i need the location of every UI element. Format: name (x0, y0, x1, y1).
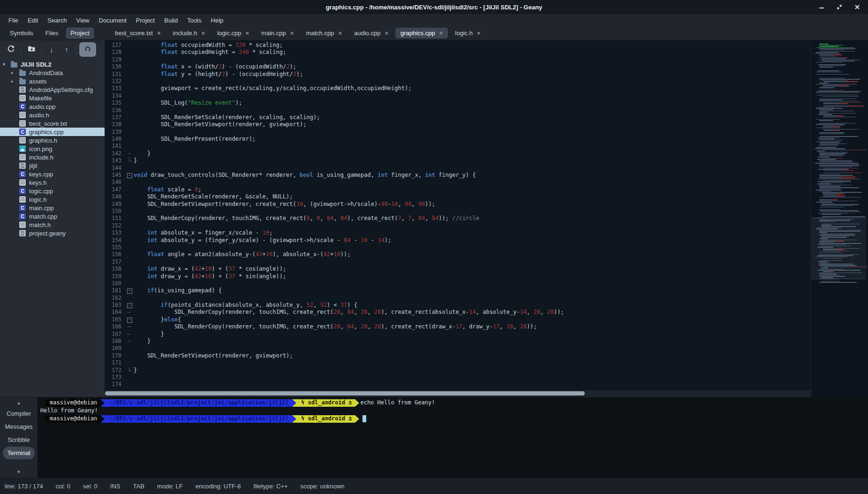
tree-item-keys.cpp[interactable]: Ckeys.cpp (0, 170, 105, 178)
fold-marker-corner[interactable] (126, 157, 134, 164)
fold-marker-box[interactable] (126, 316, 134, 323)
sidebar-tab-files[interactable]: Files (41, 28, 62, 38)
refresh-button[interactable] (4, 43, 19, 56)
sidebar-tab-symbols[interactable]: Symbols (6, 28, 38, 38)
token-n: 84 (418, 215, 425, 221)
tab-close-icon[interactable]: × (385, 30, 388, 37)
tree-item-AndroidData[interactable]: ▸AndroidData (0, 68, 105, 77)
fold-marker-dash[interactable] (126, 150, 134, 157)
token-t: , (513, 323, 520, 330)
menu-view[interactable]: View (72, 15, 94, 26)
tree-item-best_score.txt[interactable]: best_score.txt (0, 119, 105, 128)
editor-tab-include.h[interactable]: include.h× (168, 28, 211, 38)
text-file-icon (19, 95, 26, 101)
fold-margin (126, 280, 134, 287)
token-k: float (161, 42, 178, 48)
tree-item-assets[interactable]: ▸assets (0, 77, 105, 85)
code-minimap[interactable] (811, 40, 868, 397)
move-down-button[interactable]: ↓ (44, 43, 59, 56)
fold-marker-dash[interactable] (126, 338, 134, 345)
line-number: 133 (105, 85, 126, 92)
fold-marker-dash[interactable] (126, 323, 134, 330)
terminal-cursor[interactable] (362, 415, 366, 422)
tree-item-include.h[interactable]: include.h (0, 153, 105, 161)
code-editor[interactable]: 127 float occupiedWidth = 320 * scaling;… (105, 40, 811, 397)
fold-marker-dash[interactable] (126, 309, 134, 316)
code-line: 154 int absolute_y = (finger_y/scale) - … (105, 237, 811, 244)
tab-close-icon[interactable]: × (439, 30, 443, 37)
tree-item-root[interactable]: ▾JilJil SDL2 (0, 60, 105, 68)
tab-close-icon[interactable]: × (338, 30, 342, 37)
editor-tab-match.cpp[interactable]: match.cpp× (301, 28, 347, 38)
editor-tab-graphics.cpp[interactable]: graphics.cpp× (395, 28, 448, 38)
minimize-icon[interactable] (818, 4, 825, 10)
menu-search[interactable]: Search (43, 15, 71, 26)
tab-close-icon[interactable]: × (290, 30, 294, 37)
fold-marker-box[interactable] (126, 287, 134, 294)
editor-tab-audio.cpp[interactable]: audio.cpp× (349, 28, 393, 38)
horizontal-scrollbar-thumb[interactable] (105, 391, 585, 395)
horizontal-scrollbar[interactable] (105, 390, 811, 397)
move-up-button[interactable]: ↑ (59, 43, 74, 56)
token-t: , absolute_y- (476, 309, 520, 315)
close-icon[interactable] (854, 4, 860, 10)
editor-tab-best_score.txt[interactable]: best_score.txt× (110, 28, 166, 38)
editor-tab-logic.cpp[interactable]: logic.cpp× (212, 28, 254, 38)
menu-document[interactable]: Document (94, 15, 131, 26)
tree-item-AndroidAppSettings.cfg[interactable]: 01 10AndroidAppSettings.cfg (0, 85, 105, 94)
tab-close-icon[interactable]: × (477, 30, 481, 37)
menu-edit[interactable]: Edit (23, 15, 43, 26)
tree-item-main.cpp[interactable]: Cmain.cpp (0, 204, 105, 212)
menu-project[interactable]: Project (131, 15, 159, 26)
tree-item-audio.cpp[interactable]: Caudio.cpp (0, 102, 105, 111)
minimap-line (819, 132, 845, 133)
minimap-line (822, 96, 859, 97)
panel-tab-messages[interactable]: Messages (0, 420, 37, 433)
restore-icon[interactable] (836, 4, 843, 10)
panel-tab-terminal[interactable]: Terminal (3, 447, 34, 459)
fold-marker-box[interactable] (126, 172, 134, 179)
panel-collapse-down-icon[interactable]: ▼ (17, 470, 21, 474)
minimap-line (820, 201, 858, 202)
tree-item-audio.h[interactable]: audio.h (0, 111, 105, 119)
expander-closed-icon[interactable]: ▸ (11, 79, 19, 84)
menu-file[interactable]: File (4, 15, 23, 26)
tree-item-keys.h[interactable]: keys.h (0, 178, 105, 187)
tree-item-graphics.h[interactable]: graphics.h (0, 136, 105, 144)
new-folder-button[interactable] (24, 43, 39, 56)
minimap-line (819, 79, 860, 80)
tree-item-match.cpp[interactable]: Cmatch.cpp (0, 212, 105, 220)
tree-item-jiljil[interactable]: 01 10jiljil (0, 161, 105, 170)
fold-marker-corner[interactable] (126, 367, 134, 374)
editor-tab-label: main.cpp (261, 30, 286, 37)
tab-close-icon[interactable]: × (245, 30, 249, 37)
minimap-viewport-indicator[interactable] (811, 218, 866, 279)
editor-tab-logic.h[interactable]: logic.h× (450, 28, 485, 38)
terminal[interactable]: massive@debian~/DEV/c-sdl/jiljilsdl2/pro… (38, 397, 868, 478)
menu-build[interactable]: Build (159, 15, 182, 26)
code-area[interactable]: 127 float occupiedWidth = 320 * scaling;… (105, 40, 811, 390)
sidebar-tab-project[interactable]: Project (66, 28, 93, 38)
tree-item-graphics.cpp[interactable]: Cgraphics.cpp (0, 128, 105, 136)
panel-tab-scribble[interactable]: Scribble (4, 433, 34, 446)
minimap-line (819, 46, 839, 47)
fold-marker-box[interactable] (126, 302, 134, 309)
tree-item-logic.cpp[interactable]: Clogic.cpp (0, 187, 105, 195)
fold-marker-dash[interactable] (126, 331, 134, 338)
tree-item-Makefile[interactable]: Makefile (0, 94, 105, 102)
tab-close-icon[interactable]: × (202, 30, 205, 37)
track-current-file-button[interactable] (79, 42, 96, 57)
tree-item-icon.png[interactable]: icon.png (0, 144, 105, 153)
tree-item-logic.h[interactable]: logic.h (0, 195, 105, 204)
menu-help[interactable]: Help (206, 15, 228, 26)
editor-tab-main.cpp[interactable]: main.cpp× (256, 28, 299, 38)
panel-tab-compiler[interactable]: Compiler (2, 407, 35, 420)
tree-item-project.geany[interactable]: 01 10project.geany (0, 229, 105, 237)
expander-open-icon[interactable]: ▾ (3, 62, 11, 67)
menu-tools[interactable]: Tools (182, 15, 206, 26)
code-text: SDL_RenderCopy(renderer, touchIMG, creat… (134, 323, 537, 330)
tab-close-icon[interactable]: × (157, 30, 161, 37)
expander-closed-icon[interactable]: ▸ (11, 70, 19, 75)
tree-item-match.h[interactable]: match.h (0, 220, 105, 229)
panel-collapse-up-icon[interactable]: ▲ (17, 401, 21, 405)
